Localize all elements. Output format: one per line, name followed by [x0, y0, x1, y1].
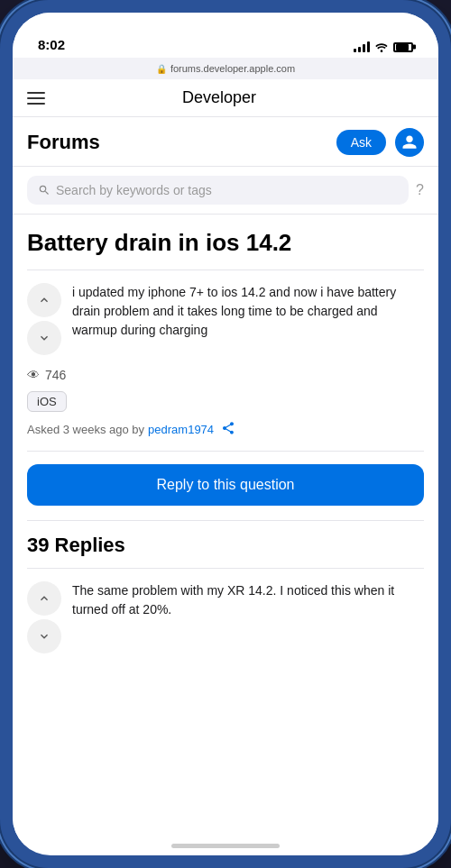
hamburger-menu[interactable] [27, 92, 45, 105]
signal-bar-4 [367, 41, 370, 52]
phone-screen: 8:02 🔒 forums.developer.apple.com [13, 13, 438, 855]
signal-bar-1 [354, 49, 356, 52]
forums-actions: Ask [336, 128, 424, 157]
nav-brand-text: Developer [182, 88, 256, 107]
battery-icon [393, 42, 413, 52]
replies-section: 39 Replies The same problem with my XR 1… [13, 534, 438, 653]
url-bar[interactable]: 🔒 forums.developer.apple.com [13, 58, 438, 79]
post-stats: 👁 746 [13, 368, 438, 391]
ask-button[interactable]: Ask [336, 130, 386, 155]
views-eye-icon: 👁 [27, 368, 40, 382]
question-title: Battery drain in ios 14.2 [27, 229, 424, 257]
status-icons [354, 41, 413, 52]
replies-count-title: 39 Replies [27, 534, 424, 557]
replies-divider-top [27, 520, 424, 521]
signal-bar-3 [363, 44, 365, 52]
phone-frame: 8:02 🔒 forums.developer.apple.com [0, 0, 451, 868]
nav-bar: Developer [13, 79, 438, 117]
content-area[interactable]: Forums Ask Search by keywords or [13, 117, 438, 843]
url-text: forums.developer.apple.com [170, 63, 295, 74]
user-avatar-button[interactable] [395, 128, 424, 157]
search-box[interactable]: Search by keywords or tags [27, 176, 409, 205]
tags-section: iOS [13, 391, 438, 421]
vote-control [27, 283, 61, 355]
asked-by: Asked 3 weeks ago by pedram1974 [13, 421, 438, 451]
search-icon [38, 184, 51, 196]
status-bar: 8:02 [13, 13, 438, 58]
forums-title: Forums [27, 131, 100, 154]
home-indicator [171, 844, 280, 848]
forums-header: Forums Ask [13, 117, 438, 167]
question-post: i updated my iphone 7+ to ios 14.2 and n… [27, 283, 424, 355]
reply-section: Reply to this question [13, 464, 438, 520]
asked-by-user-link[interactable]: pedram1974 [148, 423, 214, 436]
ios-tag[interactable]: iOS [27, 391, 67, 412]
upvote-button[interactable] [27, 283, 61, 317]
reply-body: The same problem with my XR 14.2. I noti… [72, 581, 424, 653]
reply-item: The same problem with my XR 14.2. I noti… [27, 581, 424, 653]
content-divider [27, 451, 424, 452]
search-help-button[interactable]: ? [416, 182, 424, 198]
reply-downvote-button[interactable] [27, 619, 61, 653]
hamburger-line-3 [27, 103, 45, 105]
share-icon[interactable] [221, 421, 235, 438]
signal-bar-2 [358, 47, 361, 52]
wifi-icon [374, 41, 389, 52]
reply-upvote-button[interactable] [27, 581, 61, 616]
reply-button[interactable]: Reply to this question [27, 464, 424, 506]
status-time: 8:02 [38, 37, 65, 52]
downvote-button[interactable] [27, 321, 61, 355]
replies-inner-divider [27, 568, 424, 569]
search-placeholder-text: Search by keywords or tags [56, 183, 212, 197]
battery-fill [396, 44, 409, 50]
view-count: 746 [45, 368, 66, 382]
user-icon [401, 134, 418, 151]
nav-logo: Developer [177, 88, 256, 107]
title-divider [27, 270, 424, 270]
signal-bars [354, 41, 370, 52]
asked-prefix: Asked 3 weeks ago by [27, 423, 144, 436]
reply-vote-control [27, 581, 61, 653]
question-section: Battery drain in ios 14.2 i updated my i… [13, 215, 438, 355]
hamburger-line-1 [27, 92, 45, 94]
lock-icon: 🔒 [156, 64, 167, 74]
search-container: Search by keywords or tags ? [13, 167, 438, 215]
hamburger-line-2 [27, 97, 45, 99]
question-body: i updated my iphone 7+ to ios 14.2 and n… [72, 283, 424, 355]
